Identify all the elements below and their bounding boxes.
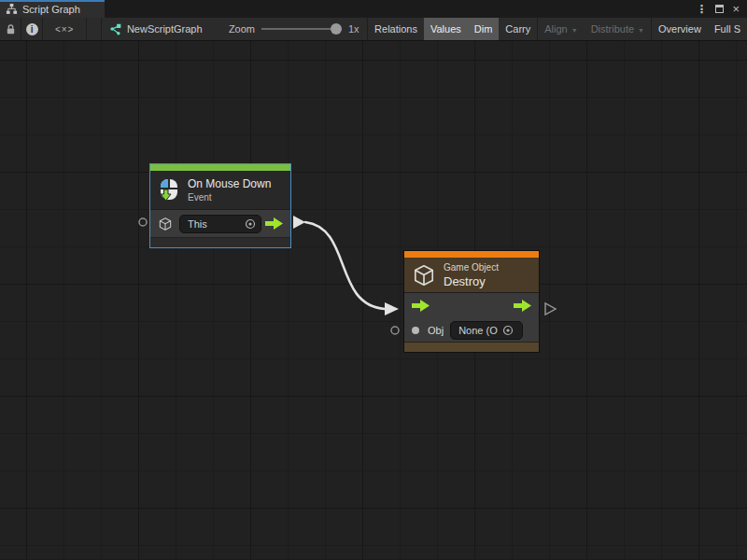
mouse-down-event-icon xyxy=(158,178,180,203)
obj-input-label: Obj xyxy=(428,325,444,336)
game-object-cube-icon xyxy=(158,217,173,231)
destroy-accent-bar xyxy=(404,251,539,258)
node-header[interactable]: On Mouse Down Event xyxy=(150,171,290,209)
wire-source-arrow[interactable] xyxy=(293,216,305,229)
wire-layer xyxy=(0,41,747,559)
node-header[interactable]: Game Object Destroy xyxy=(404,258,539,292)
info-icon: i xyxy=(26,23,38,35)
window-menu-icon[interactable]: ⋮ xyxy=(694,4,709,15)
event-accent-bar xyxy=(150,164,290,171)
lock-icon xyxy=(5,23,17,35)
obj-object-field[interactable]: None (O xyxy=(450,321,523,340)
wire-destination-arrowhead xyxy=(385,302,399,315)
dropdown-arrow-icon: ▼ xyxy=(571,27,578,34)
dropdown-arrow-icon: ▼ xyxy=(638,27,644,34)
distribute-button[interactable]: Distribute ▼ xyxy=(585,18,652,40)
graph-toolbar: i <×> NewScriptGraph Zoom 1x Relations V… xyxy=(0,18,747,41)
destroy-obj-external-port[interactable] xyxy=(391,327,399,334)
event-target-input-port[interactable] xyxy=(139,218,147,226)
flow-input-port[interactable] xyxy=(412,300,430,312)
tab-bar: Script Graph ⋮ × xyxy=(0,0,747,18)
carry-button[interactable]: Carry xyxy=(499,18,538,40)
code-view-button[interactable]: <×> xyxy=(43,18,87,40)
object-picker-icon[interactable] xyxy=(502,325,514,336)
lock-button[interactable] xyxy=(0,18,21,40)
zoom-control: Zoom 1x xyxy=(210,18,365,40)
zoom-label: Zoom xyxy=(229,23,255,35)
overview-button[interactable]: Overview xyxy=(652,18,708,40)
graph-name-breadcrumb[interactable]: NewScriptGraph xyxy=(102,18,210,40)
close-icon[interactable]: × xyxy=(730,3,741,15)
distribute-label: Distribute xyxy=(591,23,634,35)
values-button[interactable]: Values xyxy=(424,18,468,40)
flow-output-port[interactable] xyxy=(265,217,283,230)
active-tab-indicator xyxy=(0,0,105,2)
zoom-slider[interactable] xyxy=(261,22,342,35)
relations-button[interactable]: Relations xyxy=(368,18,424,40)
node-title: On Mouse Down xyxy=(188,177,271,190)
script-graph-window: Script Graph ⋮ × i <×> NewScriptGraph xyxy=(0,0,747,560)
tab-title: Script Graph xyxy=(22,4,80,15)
fullscreen-button[interactable]: Full S xyxy=(708,18,747,40)
game-object-cube-icon xyxy=(412,263,436,287)
node-title: Destroy xyxy=(444,274,499,288)
code-icon: <×> xyxy=(55,24,75,35)
target-field-value: This xyxy=(188,218,207,230)
script-graph-asset-icon xyxy=(109,23,121,35)
graph-canvas[interactable]: On Mouse Down Event This xyxy=(0,41,747,559)
target-object-field[interactable]: This xyxy=(179,215,261,233)
node-footer xyxy=(150,237,290,247)
dim-button[interactable]: Dim xyxy=(468,18,500,40)
flow-wire xyxy=(305,222,385,309)
tab-script-graph[interactable]: Script Graph xyxy=(0,0,105,18)
inspect-button[interactable]: i xyxy=(21,18,43,40)
graph-name-label: NewScriptGraph xyxy=(127,23,203,35)
flow-output-port[interactable] xyxy=(514,300,531,312)
align-button[interactable]: Align ▼ xyxy=(538,18,584,40)
destroy-flow-out-external-port[interactable] xyxy=(545,303,556,315)
window-controls: ⋮ × xyxy=(694,0,747,18)
zoom-slider-handle[interactable] xyxy=(331,23,342,35)
node-subtitle: Event xyxy=(188,192,271,203)
node-footer xyxy=(404,342,539,352)
value-input-port[interactable] xyxy=(412,327,419,334)
align-label: Align xyxy=(544,23,567,35)
node-on-mouse-down[interactable]: On Mouse Down Event This xyxy=(149,163,291,248)
graph-hierarchy-icon xyxy=(6,3,18,15)
obj-field-value: None (O xyxy=(458,325,498,336)
object-picker-icon[interactable] xyxy=(245,218,256,230)
node-surtitle: Game Object xyxy=(444,262,499,273)
maximize-icon[interactable] xyxy=(715,5,724,13)
node-destroy[interactable]: Game Object Destroy Obj xyxy=(403,250,540,353)
zoom-value: 1x xyxy=(348,23,359,35)
toolbar-spacer xyxy=(87,18,102,40)
